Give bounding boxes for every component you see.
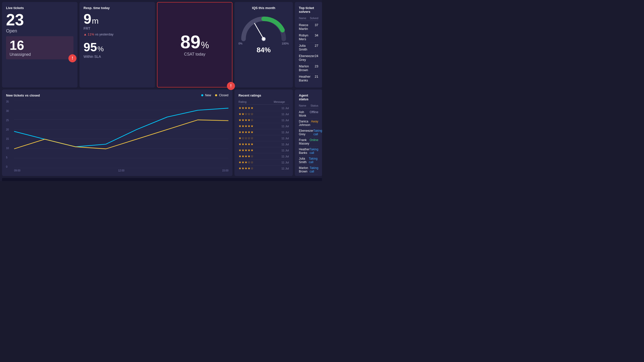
ratings-row: ★★★★★ Thank you! 11 Jul xyxy=(238,105,289,111)
solver-solved: 21 xyxy=(315,75,318,82)
rating-date: 11 Jul xyxy=(274,143,289,146)
svg-line-1 xyxy=(255,23,264,39)
y-label: 0 xyxy=(6,165,13,168)
agent-status-value: Online xyxy=(310,138,318,145)
svg-point-2 xyxy=(262,38,265,40)
rating-stars: ★★★★★ xyxy=(238,130,274,134)
col-solved: Solved xyxy=(310,17,318,20)
rating-stars: ★★★★★ xyxy=(238,106,274,110)
solver-solved: 23 xyxy=(315,64,318,72)
table-row: Marlon Brown23 xyxy=(299,63,318,73)
ratings-row: ★★★★★ 11 Jul xyxy=(238,123,289,129)
rating-date: 11 Jul xyxy=(274,137,289,140)
resp-time-title: Resp. time today xyxy=(84,6,151,10)
frt-unit: m xyxy=(92,16,99,26)
rating-stars: ★★★★☆ xyxy=(238,166,274,170)
change-vs: vs yesterday xyxy=(95,32,113,36)
legend-new: New xyxy=(201,94,211,97)
chart-title-row: New tickets vs closed New Closed xyxy=(6,94,228,99)
agent-status-value: Taking call xyxy=(309,157,318,164)
unassigned-count: 16 xyxy=(10,39,70,52)
solver-name: Heather Banks xyxy=(299,75,315,82)
live-tickets-title: Live tickets xyxy=(6,6,73,10)
agent-name: Julia Smith xyxy=(299,157,309,164)
rating-stars: ★★★★★ xyxy=(238,142,274,146)
rating-stars: ★★★★☆ xyxy=(238,154,274,158)
agent-name: Marlon Brown xyxy=(299,166,310,173)
agent-row: Ash Monk Offline xyxy=(299,109,318,119)
agent-row: Danica Johnson Away xyxy=(299,119,318,128)
y-label: 10 xyxy=(6,147,13,150)
solver-solved: 24 xyxy=(315,54,318,62)
y-label: 25 xyxy=(6,119,13,122)
agent-status-value: Taking call xyxy=(310,148,318,155)
legend-new-dot xyxy=(201,94,203,96)
agent-name: Ebeneezer Grey xyxy=(299,129,313,136)
rating-date: 11 Jul xyxy=(274,125,289,128)
y-label: 30 xyxy=(6,110,13,112)
agent-name: Heather Banks xyxy=(299,148,310,155)
agent-row: Marlon Brown Taking call xyxy=(299,165,318,174)
gauge-svg xyxy=(238,14,289,41)
table-row: Robyn Mers34 xyxy=(299,32,318,42)
sla-unit: % xyxy=(97,45,104,53)
table-row: Julia Smith27 xyxy=(299,42,318,53)
rating-stars: ★★☆☆☆ xyxy=(238,112,274,116)
agent-status-value: Taking call xyxy=(310,166,318,173)
rating-stars: ★★★★★ xyxy=(238,124,274,128)
agent-name: Olivia Houghton xyxy=(299,175,312,176)
ratings-row: ★★★★★ 11 Jul xyxy=(238,141,289,147)
recent-ratings-card: Recent ratings Rating Message Date ★★★★★… xyxy=(234,89,293,176)
csat-alert-badge: ! xyxy=(227,82,235,90)
rating-date: 11 Jul xyxy=(274,149,289,152)
x-label: 09:00 xyxy=(14,169,20,172)
y-label: 5 xyxy=(6,156,13,159)
csat-card: 89 % CSAT today ! xyxy=(157,2,232,87)
agent-status-value: Away xyxy=(311,120,318,127)
agent-name: Danica Johnson xyxy=(299,120,311,127)
y-axis: 05101520253035 xyxy=(6,100,13,168)
gauge-min: 0% xyxy=(238,42,243,45)
legend-closed-dot xyxy=(215,94,217,96)
agent-name: Ash Monk xyxy=(299,110,310,117)
x-label: 12:00 xyxy=(118,169,124,172)
ratings-row: ★★☆☆☆ 11 Jul xyxy=(238,111,289,117)
top-solvers-header: Name Solved xyxy=(299,16,318,21)
change-percent: 11% xyxy=(88,32,94,36)
sla-value: 95 xyxy=(84,40,97,54)
csat-unit: % xyxy=(201,40,209,51)
change-arrow: ▲ xyxy=(84,32,88,36)
ratings-row: ★★★☆☆ Could have been quicker to re... 1… xyxy=(238,159,289,165)
gauge-container xyxy=(238,14,289,41)
gauge-labels: 0% 100% xyxy=(238,42,289,45)
rating-stars: ★★★★☆ xyxy=(238,118,274,122)
iqs-value: 84% xyxy=(257,46,271,54)
agent-row: Frank Massey Online xyxy=(299,137,318,147)
table-row: Heather Banks21 xyxy=(299,73,318,83)
ratings-row: ★★★★☆ 11 Jul xyxy=(238,117,289,123)
tickets-chart-title: New tickets vs closed xyxy=(6,94,40,97)
chart-svg xyxy=(14,100,228,168)
csat-label: CSAT today xyxy=(184,52,206,57)
footer-time: 16:33 xyxy=(305,180,318,181)
open-count: 23 xyxy=(6,12,73,28)
recent-ratings-title: Recent ratings xyxy=(238,94,289,97)
frt-value: 9 xyxy=(84,12,91,26)
agent-status-value: Taking call xyxy=(313,129,322,136)
agent-col-name: Name xyxy=(299,104,306,107)
gauge-max: 100% xyxy=(282,42,289,45)
agent-status-title: Agent status xyxy=(299,94,318,101)
rating-stars: ★☆☆☆☆ xyxy=(238,136,274,140)
agent-row: Julia Smith Taking call xyxy=(299,156,318,165)
sla-label: Within SLA xyxy=(84,55,151,59)
solver-name: Robyn Mers xyxy=(299,33,315,41)
solver-name: Ebeneezer Grey xyxy=(299,54,315,62)
iqs-title: IQS this month xyxy=(252,6,275,10)
live-tickets-card: Live tickets 23 Open 16 Unassigned ! xyxy=(2,2,77,87)
csat-value: 89 xyxy=(180,33,200,51)
ratings-table-header: Rating Message Date xyxy=(238,99,289,105)
ratings-row: ★★★★☆ 11 Jul xyxy=(238,153,289,159)
rating-date: 11 Jul xyxy=(274,107,289,110)
rating-date: 11 Jul xyxy=(274,167,289,170)
y-label: 20 xyxy=(6,128,13,131)
